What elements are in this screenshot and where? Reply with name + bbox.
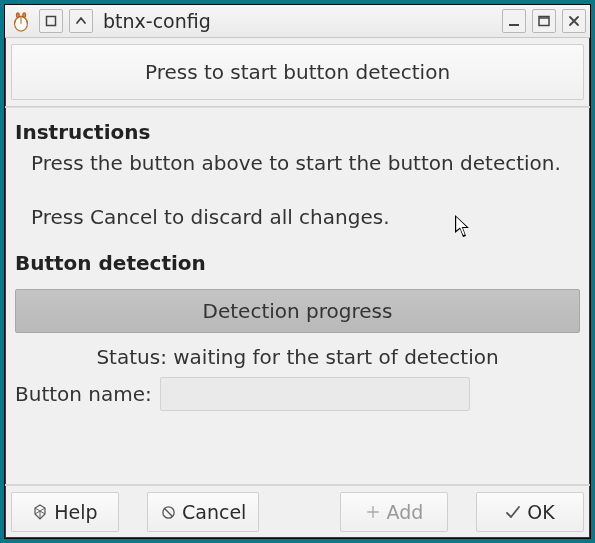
detection-progress-bar: Detection progress <box>15 289 580 333</box>
button-name-input[interactable] <box>160 377 470 411</box>
help-button[interactable]: Help <box>11 492 119 532</box>
button-name-label: Button name: <box>15 382 152 406</box>
check-icon <box>505 504 521 520</box>
button-name-row: Button name: <box>5 375 590 423</box>
instructions-heading: Instructions <box>15 120 580 144</box>
svg-line-8 <box>164 508 172 516</box>
titlebar-sticky-button[interactable] <box>39 9 63 33</box>
start-detection-label: Press to start button detection <box>145 60 450 84</box>
progress-label: Detection progress <box>203 299 393 323</box>
window-title: btnx-config <box>103 10 211 32</box>
detection-heading: Button detection <box>15 251 580 275</box>
close-button[interactable] <box>562 9 586 33</box>
content-area: Press to start button detection Instruct… <box>5 38 590 538</box>
cancel-button[interactable]: Cancel <box>147 492 259 532</box>
instructions-section: Instructions Press the button above to s… <box>5 108 590 235</box>
progress-wrap: Detection progress <box>15 289 580 333</box>
action-bar: Help Cancel Add OK <box>5 484 590 538</box>
cancel-icon <box>160 504 176 520</box>
status-text: Status: waiting for the start of detecti… <box>5 333 590 375</box>
minimize-button[interactable] <box>502 9 526 33</box>
titlebar: btnx-config <box>5 5 590 38</box>
ok-label: OK <box>527 501 554 523</box>
plus-icon <box>365 504 381 520</box>
cancel-label: Cancel <box>182 501 246 523</box>
svg-rect-1 <box>16 13 19 18</box>
app-icon <box>9 9 33 33</box>
svg-rect-2 <box>23 13 26 18</box>
titlebar-shade-button[interactable] <box>69 9 93 33</box>
instructions-text: Press the button above to start the butt… <box>15 150 580 231</box>
help-label: Help <box>54 501 97 523</box>
add-button: Add <box>340 492 448 532</box>
help-icon <box>32 504 48 520</box>
detection-section: Button detection <box>5 235 590 285</box>
app-window: btnx-config Press to start button detect… <box>4 4 591 539</box>
start-detection-button[interactable]: Press to start button detection <box>11 44 584 100</box>
add-label: Add <box>387 501 424 523</box>
maximize-button[interactable] <box>532 9 556 33</box>
ok-button[interactable]: OK <box>476 492 584 532</box>
svg-rect-3 <box>47 17 56 26</box>
